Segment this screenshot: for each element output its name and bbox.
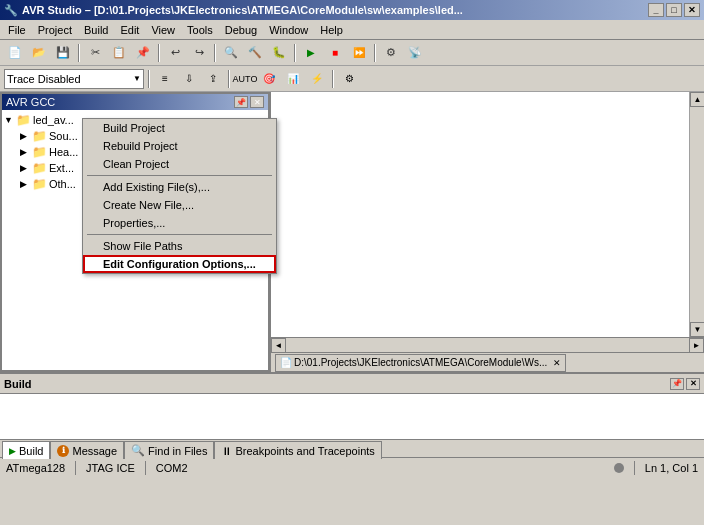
avr-pin-button[interactable]: 📌 <box>234 96 248 108</box>
external-label: Ext... <box>49 162 74 174</box>
menu-edit[interactable]: Edit <box>114 22 145 38</box>
close-button[interactable]: ✕ <box>684 3 700 17</box>
trace-btn-6[interactable]: 📊 <box>282 68 304 90</box>
avr-close-button[interactable]: ✕ <box>250 96 264 108</box>
chip-btn[interactable]: ⚙ <box>380 42 402 64</box>
avr-panel-label: AVR GCC <box>6 96 55 108</box>
build-pin-btn[interactable]: 📌 <box>670 378 684 390</box>
ctx-add-existing[interactable]: Add Existing File(s),... <box>83 178 276 196</box>
status-led <box>614 463 624 473</box>
scroll-left-btn[interactable]: ◄ <box>271 338 286 353</box>
ctx-edit-config[interactable]: Edit Configuration Options,... <box>83 255 276 273</box>
editor-scrollbar-v[interactable]: ▲ ▼ <box>689 92 704 337</box>
scroll-right-btn[interactable]: ► <box>689 338 704 353</box>
avr-panel: AVR GCC 📌 ✕ ▼ 📁 led_av... ▶ 📁 Sou... ▶ <box>0 92 270 372</box>
trace-btn-1[interactable]: ≡ <box>154 68 176 90</box>
new-button[interactable]: 📄 <box>4 42 26 64</box>
context-menu: Build Project Rebuild Project Clean Proj… <box>82 118 277 274</box>
breakpoints-icon: ⏸ <box>221 445 232 457</box>
tab-build-label: Build <box>19 445 43 457</box>
ctx-properties[interactable]: Properties,... <box>83 214 276 232</box>
cut-button[interactable]: ✂ <box>84 42 106 64</box>
build-panel: Build 📌 ✕ ▶ Build ℹ Message 🔍 Find in Fi… <box>0 372 704 457</box>
separator-1 <box>78 44 80 62</box>
build-tab-icon: ▶ <box>9 446 16 456</box>
menu-help[interactable]: Help <box>314 22 349 38</box>
ctx-rebuild-project[interactable]: Rebuild Project <box>83 137 276 155</box>
source-label: Sou... <box>49 130 78 142</box>
trace-btn-8[interactable]: ⚙ <box>338 68 360 90</box>
undo-button[interactable]: ↩ <box>164 42 186 64</box>
save-button[interactable]: 💾 <box>52 42 74 64</box>
menu-build[interactable]: Build <box>78 22 114 38</box>
build-panel-title: Build 📌 ✕ <box>0 374 704 394</box>
minimize-button[interactable]: _ <box>648 3 664 17</box>
paste-button[interactable]: 📌 <box>132 42 154 64</box>
trace-dropdown[interactable]: Trace Disabled ▼ <box>4 69 144 89</box>
open-button[interactable]: 📂 <box>28 42 50 64</box>
toolbar-main: 📄 📂 💾 ✂ 📋 📌 ↩ ↪ 🔍 🔨 🐛 ▶ ■ ⏩ ⚙ 📡 <box>0 40 704 66</box>
ctx-sep-2 <box>87 234 272 235</box>
status-left: ATmega128 JTAG ICE COM2 <box>6 461 188 475</box>
status-bar: ATmega128 JTAG ICE COM2 Ln 1, Col 1 <box>0 457 704 477</box>
menu-window[interactable]: Window <box>263 22 314 38</box>
folder-icon-other: 📁 <box>32 177 47 191</box>
tab-find-label: Find in Files <box>148 445 207 457</box>
ctx-clean-project[interactable]: Clean Project <box>83 155 276 173</box>
menu-project[interactable]: Project <box>32 22 78 38</box>
menu-debug[interactable]: Debug <box>219 22 263 38</box>
ctx-build-project[interactable]: Build Project <box>83 119 276 137</box>
message-icon: ℹ <box>57 445 69 457</box>
separator-t1 <box>148 70 150 88</box>
ctx-show-paths[interactable]: Show File Paths <box>83 237 276 255</box>
build-btn[interactable]: 🔨 <box>244 42 266 64</box>
editor-tab-label: D:\01.Projects\JKElectronics\ATMEGA\Core… <box>294 357 547 368</box>
status-cpu: ATmega128 <box>6 462 65 474</box>
editor-content[interactable] <box>271 92 689 337</box>
trace-btn-7[interactable]: ⚡ <box>306 68 328 90</box>
maximize-button[interactable]: □ <box>666 3 682 17</box>
trace-btn-2[interactable]: ⇩ <box>178 68 200 90</box>
title-bar-controls: _ □ ✕ <box>648 3 700 17</box>
redo-button[interactable]: ↪ <box>188 42 210 64</box>
build-close-btn[interactable]: ✕ <box>686 378 700 390</box>
tab-build[interactable]: ▶ Build <box>2 441 50 459</box>
folder-icon-header: 📁 <box>32 145 47 159</box>
menu-file[interactable]: File <box>2 22 32 38</box>
scroll-up-btn[interactable]: ▲ <box>690 92 704 107</box>
tab-message[interactable]: ℹ Message <box>50 441 124 459</box>
stop-btn[interactable]: ■ <box>324 42 346 64</box>
app-icon: 🔧 <box>4 4 18 17</box>
status-sep-2 <box>145 461 146 475</box>
status-sep-3 <box>634 461 635 475</box>
run-btn[interactable]: ▶ <box>300 42 322 64</box>
trace-btn-3[interactable]: ⇪ <box>202 68 224 90</box>
menu-tools[interactable]: Tools <box>181 22 219 38</box>
status-sep-1 <box>75 461 76 475</box>
editor-tab[interactable]: 📄 D:\01.Projects\JKElectronics\ATMEGA\Co… <box>275 354 566 372</box>
prog-btn[interactable]: 📡 <box>404 42 426 64</box>
trace-btn-5[interactable]: 🎯 <box>258 68 280 90</box>
expand-source: ▶ <box>20 131 30 141</box>
editor-hscrollbar: ◄ ► <box>271 337 704 352</box>
editor-tab-close[interactable]: ✕ <box>553 358 561 368</box>
menu-view[interactable]: View <box>145 22 181 38</box>
tab-find-files[interactable]: 🔍 Find in Files <box>124 441 214 459</box>
step-btn[interactable]: ⏩ <box>348 42 370 64</box>
scroll-track <box>690 107 704 322</box>
ctx-create-new[interactable]: Create New File,... <box>83 196 276 214</box>
expand-header: ▶ <box>20 147 30 157</box>
tab-breakpoints-label: Breakpoints and Tracepoints <box>235 445 374 457</box>
editor-inner: ▲ ▼ <box>271 92 704 337</box>
copy-button[interactable]: 📋 <box>108 42 130 64</box>
scroll-down-btn[interactable]: ▼ <box>690 322 704 337</box>
search-button[interactable]: 🔍 <box>220 42 242 64</box>
trace-btn-4[interactable]: AUTO <box>234 68 256 90</box>
header-label: Hea... <box>49 146 78 158</box>
tab-breakpoints[interactable]: ⏸ Breakpoints and Tracepoints <box>214 441 381 459</box>
editor-tab-bar: 📄 D:\01.Projects\JKElectronics\ATMEGA\Co… <box>271 352 704 372</box>
debug-btn[interactable]: 🐛 <box>268 42 290 64</box>
separator-t3 <box>332 70 334 88</box>
folder-icon-root: 📁 <box>16 113 31 127</box>
build-content <box>0 394 704 439</box>
